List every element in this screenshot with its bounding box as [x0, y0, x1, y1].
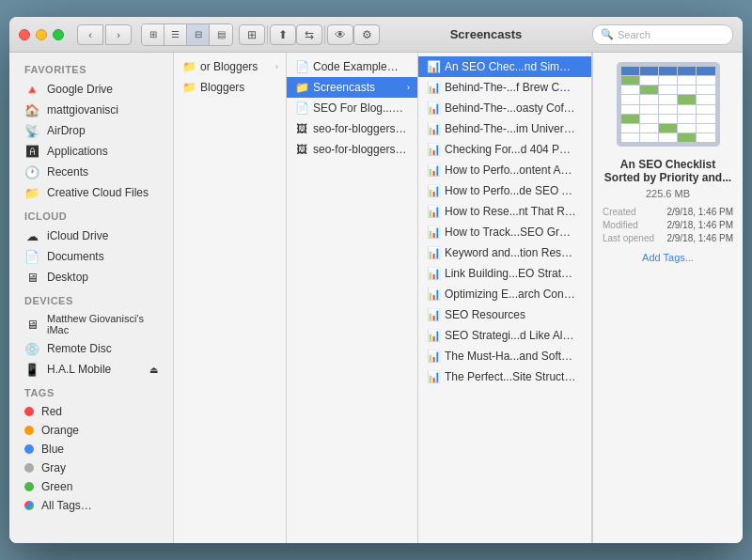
preview-cell [697, 95, 714, 103]
file-item[interactable]: 📊 Behind-The-...im University [418, 118, 591, 139]
preview-cell [697, 105, 714, 114]
file-pane-1: 📁 or Bloggers › 📁 Bloggers [174, 53, 287, 543]
sidebar-item-label: Desktop [47, 271, 88, 284]
file-item[interactable]: 📊 Optimizing E...arch Console [418, 284, 591, 304]
file-item[interactable]: 📊 The Must-Ha...and Software [418, 346, 591, 366]
spreadsheet-icon: 📊 [426, 101, 441, 116]
file-item[interactable]: 📁 or Bloggers › [174, 56, 286, 77]
share-button[interactable]: ⬆ [270, 24, 296, 45]
file-name: Checking For...d 404 Pages [445, 143, 576, 156]
view-flow-btn[interactable]: ▤ [210, 24, 232, 45]
forward-button[interactable]: › [105, 24, 132, 45]
preview-cell [659, 133, 677, 142]
chevron-icon: › [407, 83, 410, 92]
eye-button[interactable]: 👁 [327, 24, 353, 45]
gear-button[interactable]: ⚙ [353, 24, 380, 45]
preview-cell [621, 86, 639, 94]
file-item[interactable]: 📊 Checking For...d 404 Pages [418, 139, 591, 160]
sidebar-item-desktop[interactable]: 🖥 Desktop [9, 267, 173, 288]
sidebar-item-recents[interactable]: 🕐 Recents [9, 162, 173, 182]
tag-label: All Tags… [41, 499, 92, 512]
preview-cell [621, 105, 639, 114]
sidebar-item-label: Creative Cloud Files [47, 186, 149, 199]
view-column-btn[interactable]: ⊟ [187, 24, 210, 45]
back-button[interactable]: ‹ [77, 24, 103, 45]
search-box[interactable]: 🔍 Search [592, 24, 733, 45]
spreadsheet-icon: 📊 [426, 245, 441, 260]
sidebar-item-tag-red[interactable]: Red [9, 402, 173, 421]
preview-cell [640, 67, 658, 75]
preview-cell [659, 124, 677, 132]
sidebar-item-google-drive[interactable]: 🔺 Google Drive [9, 79, 173, 100]
preview-cell [659, 67, 677, 75]
file-item[interactable]: 📊 How to Perfo...ontent Audit [418, 160, 591, 180]
file-name: Link Building...EO Strategies [445, 267, 576, 280]
sidebar-item-applications[interactable]: 🅰 Applications [9, 141, 173, 162]
file-item[interactable]: 📊 The Perfect...Site Structure [418, 366, 591, 387]
gray-tag-dot [24, 463, 34, 473]
sidebar-item-label: AirDrop [47, 124, 86, 137]
file-item[interactable]: 📊 SEO Resources [418, 304, 591, 325]
file-item[interactable]: 📄 SEO For Blog...Outline.gdoc [287, 98, 417, 118]
file-item[interactable]: 📄 Code Examples.gdoc [287, 56, 417, 77]
preview-cell [640, 124, 658, 132]
sidebar-item-tag-gray[interactable]: Gray [9, 459, 173, 477]
tag-label: Red [41, 405, 62, 418]
sidebar-item-tag-green[interactable]: Green [9, 477, 173, 496]
red-tag-dot [24, 407, 34, 416]
preview-cell [640, 76, 658, 85]
preview-cell [621, 124, 639, 132]
file-item[interactable]: 📊 Behind-The-...oasty Coffee [418, 98, 591, 118]
preview-meta-modified: Modified 2/9/18, 1:46 PM [603, 220, 733, 230]
close-button[interactable] [19, 29, 30, 40]
icloud-section-title: iCloud [9, 203, 173, 226]
maximize-button[interactable] [53, 29, 64, 40]
tag-label: Gray [41, 461, 66, 474]
all-tags-dot [24, 501, 34, 510]
sidebar-item-documents[interactable]: 📄 Documents [9, 246, 173, 267]
file-item[interactable]: 📊 Link Building...EO Strategies [418, 263, 591, 284]
spreadsheet-icon: 📊 [426, 369, 441, 384]
file-name: Screencasts [313, 81, 375, 94]
sidebar-item-tag-blue[interactable]: Blue [9, 440, 173, 459]
arrange-button[interactable]: ⊞ [239, 24, 265, 45]
file-item[interactable]: 🖼 seo-for-bloggers-4.jpg [287, 118, 417, 139]
sidebar-item-tag-orange[interactable]: Orange [9, 421, 173, 440]
file-item[interactable]: 📊 Keyword and...tion Research [418, 242, 591, 263]
sidebar-item-mattgiovanisci[interactable]: 🏠 mattgiovanisci [9, 100, 173, 120]
sidebar-item-remote-disc[interactable]: 💿 Remote Disc [9, 338, 173, 359]
file-item[interactable]: 📊 Behind-The-...f Brew Cabin [418, 77, 591, 98]
view-icon-btn[interactable]: ⊞ [142, 24, 164, 45]
preview-size: 225.6 MB [646, 188, 690, 199]
sidebar-item-all-tags[interactable]: All Tags… [9, 496, 173, 515]
sidebar-item-imac[interactable]: 🖥 Matthew Giovanisci's iMac [9, 310, 173, 338]
spreadsheet-icon: 📊 [426, 328, 441, 343]
spreadsheet-icon: 📊 [426, 59, 441, 74]
sidebar-item-icloud-drive[interactable]: ☁ iCloud Drive [9, 226, 173, 246]
file-item[interactable]: 📊 How to Perfo...de SEO Audit [418, 180, 591, 201]
file-item[interactable]: 🖼 seo-for-bloggers-main.jpg [287, 139, 417, 160]
sidebar-item-label: Recents [47, 165, 88, 179]
sidebar-item-creative-cloud[interactable]: 📁 Creative Cloud Files [9, 182, 173, 203]
file-item-selected[interactable]: 📁 Screencasts › [287, 77, 417, 98]
view-list-btn[interactable]: ☰ [164, 24, 187, 45]
file-item[interactable]: 📊 How to Track...SEO Growth [418, 222, 591, 242]
sidebar-item-label: Google Drive [47, 83, 113, 96]
file-item[interactable]: 📊 How to Rese...nt That Ranks [418, 201, 591, 222]
minimize-button[interactable] [36, 29, 47, 40]
add-tags-link[interactable]: Add Tags... [642, 252, 694, 263]
preview-cell [697, 133, 714, 142]
file-item[interactable]: 📊 SEO Strategi...d Like All Hell [418, 325, 591, 346]
creative-cloud-icon: 📁 [24, 185, 39, 200]
traffic-lights [19, 29, 64, 40]
preview-cell [697, 124, 714, 132]
file-item[interactable]: 📁 Bloggers [174, 77, 286, 98]
chevron-icon: › [275, 62, 278, 71]
finder-window: ‹ › ⊞ ☰ ⊟ ▤ ⊞ ⬆ ⇆ 👁 ⚙ Screencasts 🔍 Sear… [9, 17, 743, 543]
sidebar-item-airdrop[interactable]: 📡 AirDrop [9, 120, 173, 141]
link-button[interactable]: ⇆ [296, 24, 322, 45]
search-icon: 🔍 [601, 28, 614, 40]
preview-cell [621, 76, 639, 85]
sidebar-item-hal-mobile[interactable]: 📱 H.A.L Mobile ⏏ [9, 359, 173, 380]
file-item-selected[interactable]: 📊 An SEO Chec...nd Simplicity [418, 56, 591, 77]
